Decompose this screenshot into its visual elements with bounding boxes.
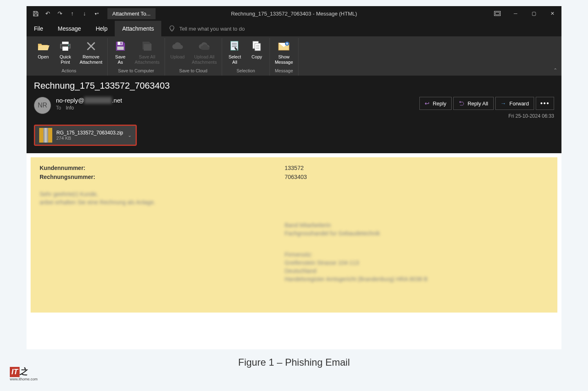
save-all-attachments-button[interactable]: Save All Attachments bbox=[132, 38, 162, 67]
svg-rect-1 bbox=[495, 12, 499, 15]
arrow-up-icon[interactable]: ↑ bbox=[67, 8, 78, 19]
subject-line: Rechnung_175_133572_7063403 bbox=[34, 80, 554, 91]
reply-all-button[interactable]: ⮌Reply All bbox=[453, 97, 494, 110]
tab-help[interactable]: Help bbox=[88, 21, 115, 36]
minimize-button[interactable]: ─ bbox=[506, 6, 525, 21]
upload-button[interactable]: Upload bbox=[167, 38, 188, 67]
signature-redacted: Greifenstein Strasse 104-113 bbox=[285, 259, 548, 266]
attachment-size: 274 KB bbox=[56, 136, 123, 141]
view-settings-icon[interactable] bbox=[488, 6, 506, 21]
chevron-down-icon[interactable]: ⌄ bbox=[128, 133, 131, 138]
svg-rect-6 bbox=[118, 42, 122, 45]
ribbon-group-save-computer: Save As Save All Attachments Save to Com… bbox=[108, 38, 165, 76]
watermark-url: www.ithome.com bbox=[10, 377, 38, 381]
group-label-save-cloud: Save to Cloud bbox=[179, 67, 207, 76]
attachment-item[interactable]: RG_175_133572_7063403.zip 274 KB ⌄ bbox=[34, 125, 137, 146]
delete-x-icon bbox=[85, 40, 98, 53]
figure-caption: Figure 1 – Phishing Email bbox=[6, 349, 582, 375]
open-button[interactable]: Open bbox=[33, 38, 53, 67]
attachment-name: RG_175_133572_7063403.zip bbox=[56, 130, 123, 136]
svg-rect-4 bbox=[62, 47, 68, 51]
svg-rect-2 bbox=[62, 42, 69, 44]
floppy-disk-multi-icon bbox=[140, 40, 154, 53]
save-as-button[interactable]: Save As bbox=[110, 38, 131, 67]
undo-icon[interactable]: ↶ bbox=[42, 8, 53, 19]
menu-bar: File Message Help Attachments Tell me wh… bbox=[27, 21, 561, 36]
signature-redacted: Deutschland bbox=[285, 268, 548, 274]
copy-button[interactable]: Copy bbox=[247, 38, 267, 67]
customer-number-value: 133572 bbox=[285, 165, 304, 171]
forward-button[interactable]: →Forward bbox=[495, 97, 535, 110]
qat-customize-icon[interactable]: ▾▾ bbox=[91, 8, 102, 19]
sender-email: no-reply@xxxxxxxxx.net bbox=[56, 97, 419, 104]
show-message-button[interactable]: Show Message bbox=[272, 38, 296, 67]
group-label-actions: Actions bbox=[62, 67, 76, 76]
tab-attachments[interactable]: Attachments bbox=[115, 21, 161, 36]
reply-all-icon: ⮌ bbox=[459, 100, 464, 107]
ribbon-group-save-cloud: Upload Upload All Attachments Save to Cl… bbox=[165, 38, 222, 76]
group-label-selection: Selection bbox=[236, 67, 255, 76]
watermark: IT之 www.ithome.com bbox=[10, 366, 38, 381]
reply-button[interactable]: ↩Reply bbox=[419, 97, 452, 110]
maximize-button[interactable]: ▢ bbox=[525, 6, 543, 21]
close-button[interactable]: ✕ bbox=[543, 6, 561, 21]
signature-redacted: Fachgrosshandel fur Gebaudetechnik bbox=[285, 230, 548, 237]
body-line-redacted: Sehr geehrte(r) Kunde, bbox=[40, 191, 548, 197]
quick-print-button[interactable]: Quick Print bbox=[55, 38, 76, 67]
group-label-message: Message bbox=[275, 67, 293, 76]
reply-icon: ↩ bbox=[425, 100, 430, 107]
message-actions: ↩Reply ⮌Reply All →Forward ••• Fri 25-10… bbox=[419, 97, 554, 119]
redo-icon[interactable]: ↷ bbox=[54, 8, 66, 19]
email-body: Kundennummer: 133572 Rechnungsnummer: 70… bbox=[27, 153, 561, 349]
copy-icon bbox=[250, 40, 263, 53]
group-label-save-computer: Save to Computer bbox=[118, 67, 154, 76]
cloud-upload-icon bbox=[171, 40, 184, 53]
window-controls: ─ ▢ ✕ bbox=[488, 6, 561, 21]
collapse-ribbon-icon[interactable]: ⌃ bbox=[553, 67, 557, 73]
envelope-icon bbox=[277, 40, 290, 53]
tab-message[interactable]: Message bbox=[51, 21, 89, 36]
svg-point-5 bbox=[68, 45, 69, 46]
tell-me-search[interactable]: Tell me what you want to do bbox=[169, 21, 245, 36]
remove-attachment-button[interactable]: Remove Attachment bbox=[77, 38, 105, 67]
svg-rect-7 bbox=[120, 42, 122, 45]
upload-all-button[interactable]: Upload All Attachments bbox=[189, 38, 219, 67]
invoice-number-value: 7063403 bbox=[285, 174, 307, 180]
invoice-number-label: Rechnungsnummer: bbox=[40, 174, 285, 180]
arrow-down-icon[interactable]: ↓ bbox=[79, 8, 90, 19]
tell-me-placeholder: Tell me what you want to do bbox=[179, 26, 245, 32]
window-title: Rechnung_175_133572_7063403 - Message (H… bbox=[231, 11, 357, 17]
title-bar: ↶ ↷ ↑ ↓ ▾▾ Attachment To... Rechnung_175… bbox=[27, 6, 561, 21]
qat-tab-attachment[interactable]: Attachment To... bbox=[107, 8, 156, 19]
svg-rect-8 bbox=[117, 47, 124, 50]
signature-redacted: Handelsregister Amtsgericht (Brandenburg… bbox=[285, 276, 548, 282]
message-header: Rechnung_175_133572_7063403 NR no-reply@… bbox=[27, 76, 561, 153]
folder-open-icon bbox=[37, 40, 50, 53]
signature-redacted: Band Mitarbeiterin bbox=[285, 222, 548, 228]
avatar: NR bbox=[34, 97, 51, 114]
tab-file[interactable]: File bbox=[27, 21, 51, 36]
cloud-upload-multi-icon bbox=[198, 40, 211, 53]
timestamp: Fri 25-10-2024 06:33 bbox=[508, 113, 554, 119]
zip-file-icon bbox=[39, 128, 52, 143]
watermark-logo: IT bbox=[10, 367, 20, 377]
ribbon-group-message: Show Message Message bbox=[270, 38, 298, 76]
customer-number-label: Kundennummer: bbox=[40, 165, 285, 171]
forward-icon: → bbox=[501, 100, 506, 107]
ribbon: Open Quick Print Remove Attachment Actio… bbox=[27, 36, 561, 76]
body-line-redacted: anbei erhalten Sie eine Rechnung als Anl… bbox=[40, 199, 548, 206]
signature-redacted: Firmensitz: bbox=[285, 251, 548, 258]
save-icon[interactable] bbox=[30, 8, 41, 19]
quick-access-toolbar: ↶ ↷ ↑ ↓ ▾▾ bbox=[27, 8, 106, 19]
sender-info: no-reply@xxxxxxxxx.net To Info bbox=[56, 97, 419, 111]
email-content: Kundennummer: 133572 Rechnungsnummer: 70… bbox=[31, 157, 557, 313]
select-all-button[interactable]: Select All bbox=[225, 38, 245, 67]
more-actions-button[interactable]: ••• bbox=[536, 97, 554, 110]
lightbulb-icon bbox=[169, 25, 175, 32]
ribbon-group-actions: Open Quick Print Remove Attachment Actio… bbox=[31, 38, 108, 76]
select-all-icon bbox=[228, 40, 241, 53]
floppy-disk-icon bbox=[114, 40, 127, 53]
outlook-window: ↶ ↷ ↑ ↓ ▾▾ Attachment To... Rechnung_175… bbox=[27, 6, 561, 349]
ribbon-group-selection: Select All Copy Selection bbox=[222, 38, 270, 76]
to-line: To Info bbox=[56, 105, 419, 111]
